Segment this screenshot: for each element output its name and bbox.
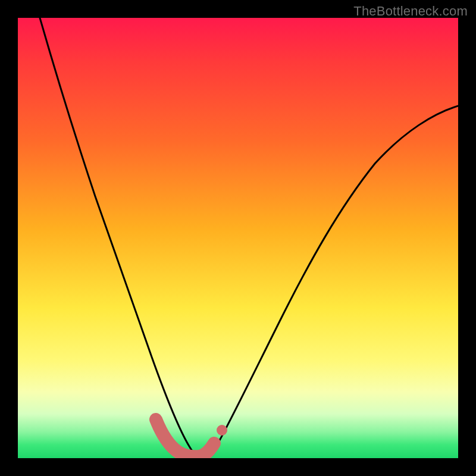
plot-area <box>18 18 458 458</box>
watermark-text: TheBottleneck.com <box>353 4 468 19</box>
chart-svg <box>18 18 458 458</box>
chart-frame: TheBottleneck.com <box>0 0 476 476</box>
bottleneck-curve-path <box>40 18 458 457</box>
highlight-dot <box>217 425 227 436</box>
